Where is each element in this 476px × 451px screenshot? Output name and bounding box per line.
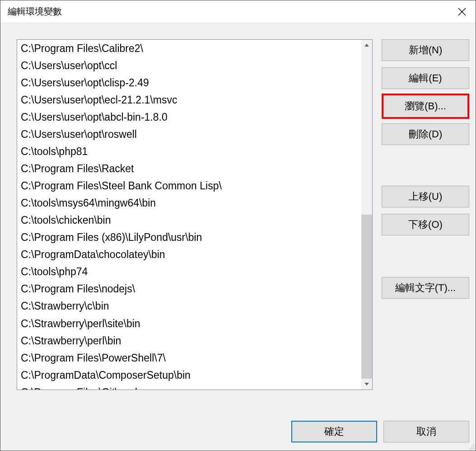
list-item[interactable]: C:\Program Files\PowerShell\7\ (17, 349, 361, 366)
chevron-up-icon (364, 44, 369, 47)
edit-text-button[interactable]: 編輯文字(T)... (382, 277, 469, 299)
close-button[interactable] (448, 0, 476, 23)
chevron-down-icon (364, 383, 369, 385)
svg-point-3 (471, 446, 472, 447)
spacer (382, 242, 469, 271)
titlebar: 編輯環境變數 (0, 0, 476, 23)
list-item[interactable]: C:\tools\php74 (17, 263, 361, 280)
resize-grip-icon (468, 443, 475, 450)
list-item[interactable]: C:\Program Files\Calibre2\ (17, 40, 361, 57)
list-item[interactable]: C:\tools\chicken\bin (17, 211, 361, 229)
scroll-track[interactable] (361, 51, 372, 379)
svg-point-5 (470, 448, 471, 449)
list-item[interactable]: C:\Program Files\nodejs\ (17, 280, 361, 297)
list-item[interactable]: C:\Users\user\opt\ccl (17, 57, 361, 74)
svg-point-7 (473, 448, 474, 449)
list-item[interactable]: C:\Program Files\Racket (17, 160, 361, 177)
new-button[interactable]: 新增(N) (382, 39, 469, 61)
list-item[interactable]: C:\ProgramData\ComposerSetup\bin (17, 366, 361, 384)
edit-button[interactable]: 編輯(E) (382, 67, 469, 89)
list-item[interactable]: C:\Users\user\opt\roswell (17, 126, 361, 143)
list-item[interactable]: C:\ProgramData\chocolatey\bin (17, 246, 361, 263)
scroll-thumb[interactable] (361, 215, 372, 379)
right-panel: 新增(N) 編輯(E) 瀏覽(B)... 刪除(D) 上移(U) 下移(O) 編… (382, 39, 469, 444)
ok-button[interactable]: 確定 (291, 421, 377, 442)
left-panel: C:\Program Files\Calibre2\C:\Users\user\… (17, 39, 373, 444)
svg-point-4 (473, 446, 474, 447)
list-item[interactable]: C:\Users\user\opt\abcl-bin-1.8.0 (17, 108, 361, 126)
spacer (382, 151, 469, 179)
scroll-down-arrow[interactable] (361, 379, 372, 390)
list-item[interactable]: C:\Strawberry\perl\site\bin (17, 315, 361, 332)
list-item[interactable]: C:\Strawberry\c\bin (17, 297, 361, 315)
svg-point-2 (473, 445, 474, 446)
list-item[interactable]: C:\Users\user\opt\ecl-21.2.1\msvc (17, 91, 361, 108)
bottom-buttons: 確定 取消 (291, 421, 469, 442)
move-down-button[interactable]: 下移(O) (382, 214, 469, 235)
browse-button[interactable]: 瀏覽(B)... (382, 94, 469, 119)
list-item[interactable]: C:\tools\msys64\mingw64\bin (17, 194, 361, 211)
dialog-content: C:\Program Files\Calibre2\C:\Users\user\… (0, 23, 476, 451)
list-item[interactable]: C:\Users\user\opt\clisp-2.49 (17, 74, 361, 91)
delete-button[interactable]: 刪除(D) (382, 123, 469, 145)
window-title: 編輯環境變數 (8, 5, 62, 18)
list-item[interactable]: C:\Strawberry\perl\bin (17, 332, 361, 349)
list-item[interactable]: C:\Program Files (x86)\LilyPond\usr\bin (17, 229, 361, 246)
list-item[interactable]: C:\Program Files\Git\cmd (17, 384, 361, 390)
cancel-button[interactable]: 取消 (383, 421, 469, 442)
list-item[interactable]: C:\Program Files\Steel Bank Common Lisp\ (17, 177, 361, 194)
path-listbox[interactable]: C:\Program Files\Calibre2\C:\Users\user\… (17, 40, 361, 390)
path-listbox-container: C:\Program Files\Calibre2\C:\Users\user\… (17, 39, 373, 390)
list-item[interactable]: C:\tools\php81 (17, 143, 361, 160)
scroll-up-arrow[interactable] (361, 40, 372, 51)
move-up-button[interactable]: 上移(U) (382, 186, 469, 207)
vertical-scrollbar[interactable] (361, 40, 372, 390)
svg-point-6 (471, 448, 472, 449)
close-icon (457, 7, 467, 16)
edit-environment-variable-dialog: 編輯環境變數 C:\Program Files\Calibre2\C:\User… (0, 0, 476, 451)
resize-grip[interactable] (468, 443, 475, 450)
